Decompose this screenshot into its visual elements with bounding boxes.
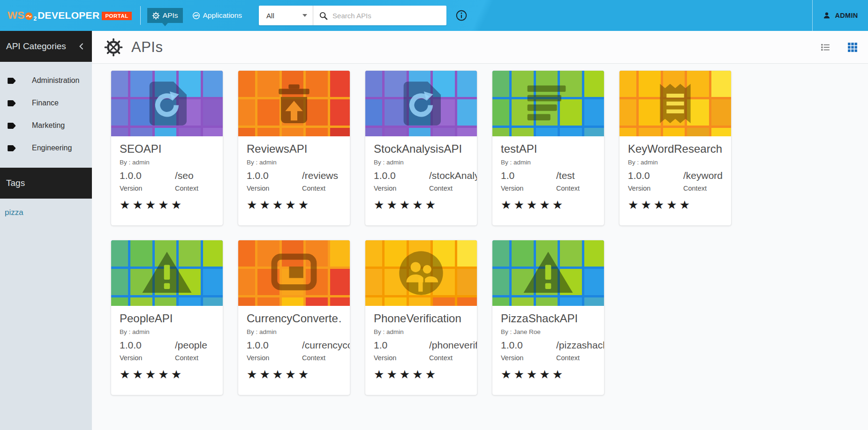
api-name: StockAnalysisAPI	[374, 142, 468, 156]
api-card-phoneverification[interactable]: PhoneVerification By : admin 1.0 Version…	[365, 240, 477, 395]
api-name: SEOAPI	[120, 142, 214, 156]
warning-triangle-icon	[492, 240, 604, 306]
api-provider: By : admin	[120, 328, 214, 335]
api-version-label: Version	[501, 354, 549, 362]
wso2-logo[interactable]: WS 2 DEVELOPER PORTAL	[8, 9, 132, 22]
api-card-testapi[interactable]: testAPI By : admin 1.0 Version /test Con…	[492, 70, 604, 226]
api-rating[interactable]: ★★★★★	[628, 199, 723, 211]
top-bar: WS 2 DEVELOPER PORTAL APIs Applications …	[0, 0, 868, 31]
api-version-value: 1.0.0	[247, 170, 294, 181]
api-provider: By : admin	[628, 159, 723, 166]
logo-sub: 2	[33, 15, 37, 22]
api-rating[interactable]: ★★★★★	[374, 369, 468, 380]
api-context-value: /phoneverify	[429, 340, 477, 351]
logo-title: DEVELOPER	[38, 10, 99, 21]
wso2-o-icon	[25, 12, 33, 22]
api-thumbnail	[492, 240, 604, 306]
api-meta: 1.0.0 Version /keyword Context	[628, 170, 723, 192]
api-version-label: Version	[501, 185, 549, 192]
api-provider: By : admin	[374, 328, 468, 335]
api-context-label: Context	[302, 354, 350, 362]
api-thumbnail	[238, 71, 350, 136]
api-name: ReviewsAPI	[247, 142, 341, 156]
api-version-label: Version	[120, 185, 167, 192]
api-thumbnail	[365, 71, 477, 136]
api-rating[interactable]: ★★★★★	[120, 199, 214, 211]
api-version-value: 1.0.0	[120, 170, 167, 181]
api-version-value: 1.0	[374, 340, 422, 351]
api-categories-header: API Categories	[0, 31, 92, 62]
api-card-keywordresearch[interactable]: KeyWordResearch… By : admin 1.0.0 Versio…	[619, 70, 732, 226]
api-context-label: Context	[175, 185, 214, 192]
api-card-stockanalysisapi[interactable]: StockAnalysisAPI By : admin 1.0.0 Versio…	[365, 70, 477, 226]
document-refresh-icon	[111, 71, 223, 136]
sidebar-category-engineering[interactable]: Engineering	[0, 137, 92, 159]
search-input[interactable]	[332, 12, 442, 20]
tag-icon	[8, 123, 16, 129]
tags-header: Tags	[0, 168, 92, 199]
user-label: ADMIN	[835, 12, 858, 19]
list-view-icon[interactable]	[820, 42, 830, 52]
nav-apis-label: APIs	[163, 11, 178, 20]
api-name: testAPI	[501, 142, 596, 156]
api-card-pizzashackapi[interactable]: PizzaShackAPI By : Jane Roe 1.0.0 Versio…	[492, 240, 604, 395]
main-nav: APIs Applications	[147, 0, 247, 31]
portal-badge: PORTAL	[102, 12, 131, 20]
trash-upload-icon	[238, 71, 350, 136]
api-rating[interactable]: ★★★★★	[247, 199, 341, 211]
api-thumbnail	[111, 240, 223, 306]
card-body: SEOAPI By : admin 1.0.0 Version /seo Con…	[111, 136, 223, 211]
api-meta: 1.0.0 Version /people Context	[120, 340, 214, 362]
grid-view-icon[interactable]	[847, 42, 858, 52]
search-box: All	[259, 6, 446, 25]
api-meta: 1.0.0 Version /seo Context	[120, 170, 214, 192]
api-thumbnail	[365, 240, 477, 306]
api-provider: By : admin	[501, 159, 596, 166]
nav-apis[interactable]: APIs	[147, 8, 183, 23]
api-context-label: Context	[302, 185, 341, 192]
api-rating[interactable]: ★★★★★	[501, 369, 596, 380]
page-title: APIs	[131, 39, 163, 56]
api-context-value: /people	[175, 340, 214, 351]
api-version-value: 1.0.0	[374, 170, 422, 181]
api-rating[interactable]: ★★★★★	[501, 199, 596, 211]
category-label: Engineering	[32, 144, 72, 152]
api-version-value: 1.0.0	[501, 340, 549, 351]
sidebar-category-marketing[interactable]: Marketing	[0, 114, 92, 137]
caret-down-icon	[302, 14, 307, 17]
menu-bars-icon	[492, 71, 604, 136]
api-card-peopleapi[interactable]: PeopleAPI By : admin 1.0.0 Version /peop…	[111, 240, 223, 395]
sidebar: API Categories AdministrationFinanceMark…	[0, 31, 92, 430]
api-rating[interactable]: ★★★★★	[247, 369, 341, 380]
api-rating[interactable]: ★★★★★	[120, 369, 214, 380]
api-provider: By : admin	[247, 328, 341, 335]
tag-icon	[8, 145, 16, 151]
info-icon[interactable]	[456, 10, 467, 21]
sidebar-category-finance[interactable]: Finance	[0, 92, 92, 114]
api-version-value: 1.0.0	[120, 340, 167, 351]
api-rating[interactable]: ★★★★★	[374, 199, 468, 211]
category-label: Finance	[32, 99, 59, 107]
api-context-value: /currencyconv…	[302, 340, 350, 351]
api-context-label: Context	[556, 354, 604, 362]
nav-applications[interactable]: Applications	[188, 8, 247, 23]
api-context-value: /pizzashack	[556, 340, 604, 351]
main-content: APIs SEOAPI By : admin 1.0.0 Version /se…	[92, 31, 868, 430]
api-version-value: 1.0.0	[247, 340, 294, 351]
sidebar-category-administration[interactable]: Administration	[0, 69, 92, 92]
category-list: AdministrationFinanceMarketingEngineerin…	[0, 62, 92, 168]
api-meta: 1.0 Version /test Context	[501, 170, 596, 192]
card-body: PizzaShackAPI By : Jane Roe 1.0.0 Versio…	[492, 306, 604, 380]
user-menu[interactable]: ADMIN	[812, 0, 868, 31]
api-provider: By : admin	[247, 159, 341, 166]
search-input-area	[313, 6, 446, 25]
api-card-seoapi[interactable]: SEOAPI By : admin 1.0.0 Version /seo Con…	[111, 70, 223, 226]
chevron-left-icon[interactable]	[77, 42, 86, 51]
api-card-reviewsapi[interactable]: ReviewsAPI By : admin 1.0.0 Version /rev…	[238, 70, 350, 226]
api-version-label: Version	[628, 185, 676, 192]
api-card-currencyconverte[interactable]: CurrencyConverte… By : admin 1.0.0 Versi…	[238, 240, 350, 395]
category-label: Marketing	[32, 121, 65, 130]
tag-link-pizza[interactable]: pizza	[5, 208, 23, 217]
search-filter-select[interactable]: All	[259, 6, 313, 25]
api-name: KeyWordResearch…	[628, 142, 723, 156]
